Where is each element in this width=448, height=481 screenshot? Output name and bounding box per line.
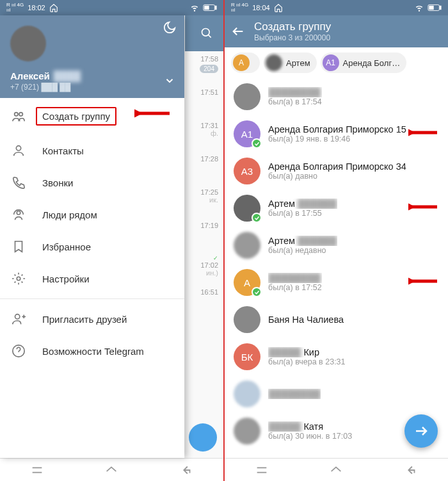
svg-point-11 bbox=[15, 314, 20, 319]
page-title: Создать группу bbox=[254, 20, 331, 33]
menu-nearby[interactable]: Люди рядом bbox=[0, 199, 184, 231]
svg-point-9 bbox=[17, 211, 20, 215]
status-bar: R ııl 4Gııl 18:04 bbox=[225, 0, 448, 15]
menu-label: Люди рядом bbox=[42, 209, 97, 220]
contact-row[interactable]: ████████ bbox=[225, 375, 448, 412]
user-avatar[interactable] bbox=[10, 26, 46, 61]
contact-name: Аренда Болгария Приморско 34 bbox=[268, 161, 406, 172]
status-bar: R ııl 4Gııl 18:02 bbox=[0, 0, 223, 15]
menu-label: Возможности Telegram bbox=[42, 346, 144, 357]
contact-row[interactable]: БК █████ Кир был(а) вчера в 23:31 bbox=[225, 338, 448, 375]
chip-avatar: А bbox=[233, 54, 250, 71]
svg-point-10 bbox=[17, 277, 20, 281]
contact-list[interactable]: ████████ был(а) в 17:54 А1 Аренда Болгар… bbox=[225, 78, 448, 458]
menu-settings[interactable]: Настройки bbox=[0, 263, 184, 295]
contact-name: ████████ bbox=[268, 87, 322, 97]
selected-chip[interactable]: А bbox=[231, 53, 260, 73]
menu-create-group[interactable]: Создать группу bbox=[0, 98, 184, 135]
checkmark-icon bbox=[252, 213, 262, 223]
contact-avatar: А3 bbox=[234, 158, 260, 184]
android-nav-bar bbox=[225, 458, 448, 481]
contact-row[interactable]: ████████ был(а) в 17:54 bbox=[225, 78, 448, 115]
network-icon: R ııl 4Gııl bbox=[231, 3, 248, 13]
chip-avatar: А1 bbox=[323, 54, 339, 71]
contact-row[interactable]: А ████████ был(а) в 17:52 bbox=[225, 264, 448, 301]
svg-rect-1 bbox=[215, 6, 216, 10]
menu-label: Пригласить друзей bbox=[42, 314, 127, 325]
checkmark-icon bbox=[252, 287, 262, 297]
back-icon[interactable] bbox=[231, 24, 245, 38]
contact-avatar bbox=[234, 195, 260, 222]
chip-avatar bbox=[266, 54, 282, 71]
wifi-icon bbox=[415, 3, 424, 12]
wifi-icon bbox=[190, 3, 199, 12]
compose-fab[interactable] bbox=[189, 423, 217, 452]
back-button[interactable] bbox=[179, 463, 193, 477]
menu-saved[interactable]: Избранное bbox=[0, 231, 184, 263]
contact-avatar bbox=[234, 83, 260, 110]
svg-point-3 bbox=[202, 29, 210, 37]
phone-right: R ııl 4Gııl 18:04 Создать группу Выбрано… bbox=[225, 0, 448, 481]
phone-left: R ııl 4Gııl 18:02 17:58204 17:51 17:31ф.… bbox=[0, 0, 223, 481]
phone-icon bbox=[12, 175, 26, 190]
contact-status: был(а) недавно bbox=[268, 246, 337, 255]
network-icon: R ııl 4Gııl bbox=[6, 3, 24, 13]
checkmark-icon bbox=[252, 138, 262, 149]
group-icon bbox=[12, 110, 26, 124]
recent-apps-button[interactable] bbox=[30, 463, 44, 477]
svg-point-5 bbox=[15, 112, 18, 116]
contact-name: Артем ██████ bbox=[268, 199, 337, 209]
svg-rect-16 bbox=[440, 6, 441, 10]
contact-avatar: БК bbox=[234, 343, 260, 370]
menu-label: Звонки bbox=[42, 177, 73, 188]
contact-name: Аренда Болгария Приморско 15 bbox=[268, 124, 406, 135]
contact-row[interactable]: А3 Аренда Болгария Приморско 34 был(а) д… bbox=[225, 152, 448, 190]
annotation-arrow bbox=[134, 104, 173, 122]
contact-name: ████████ bbox=[268, 273, 322, 283]
search-icon[interactable] bbox=[185, 15, 223, 51]
recent-apps-button[interactable] bbox=[255, 463, 269, 477]
contact-row[interactable]: Артем ██████ был(а) в 17:55 bbox=[225, 190, 448, 227]
night-mode-toggle[interactable] bbox=[163, 20, 177, 37]
status-time: 18:02 bbox=[28, 4, 45, 12]
contact-status: был(а) 19 янв. в 19:46 bbox=[268, 135, 406, 143]
home-button[interactable] bbox=[329, 463, 343, 477]
status-time: 18:04 bbox=[252, 4, 270, 12]
chip-name: Аренда Болг… bbox=[343, 58, 401, 68]
contact-status: был(а) в 17:52 bbox=[268, 283, 322, 292]
selected-chip[interactable]: А1Аренда Болг… bbox=[321, 53, 407, 73]
contact-avatar bbox=[234, 380, 260, 407]
menu-contacts[interactable]: Контакты bbox=[0, 135, 184, 167]
annotation-arrow bbox=[408, 200, 440, 214]
account-expand[interactable] bbox=[164, 75, 175, 89]
contact-avatar: А bbox=[234, 269, 260, 296]
battery-icon bbox=[428, 4, 442, 12]
menu-help[interactable]: Возможности Telegram bbox=[0, 335, 184, 367]
contact-icon bbox=[12, 143, 26, 158]
back-button[interactable] bbox=[404, 463, 418, 477]
home-icon bbox=[274, 3, 283, 12]
annotation-arrow bbox=[408, 274, 440, 288]
menu-invite[interactable]: Пригласить друзей bbox=[0, 303, 184, 335]
contact-name: Баня На Чалиева bbox=[268, 314, 344, 325]
create-group-header: Создать группу Выбрано 3 из 200000 bbox=[225, 15, 448, 47]
contact-avatar bbox=[234, 418, 260, 444]
menu-label: Настройки bbox=[42, 273, 90, 284]
contact-row[interactable]: Артем ██████ был(а) недавно bbox=[225, 227, 448, 264]
menu-calls[interactable]: Звонки bbox=[0, 167, 184, 199]
svg-point-8 bbox=[16, 146, 20, 151]
contact-row[interactable]: А1 Аренда Болгария Приморско 15 был(а) 1… bbox=[225, 115, 448, 152]
bookmark-icon bbox=[12, 240, 26, 254]
menu-label: Создать группу bbox=[42, 111, 110, 122]
contact-name: ████████ bbox=[268, 389, 321, 399]
help-icon bbox=[12, 344, 26, 358]
next-fab[interactable] bbox=[404, 414, 438, 448]
home-button[interactable] bbox=[104, 463, 118, 477]
contact-row[interactable]: Баня На Чалиева bbox=[225, 301, 448, 338]
svg-point-6 bbox=[19, 112, 22, 116]
contact-name: █████ Кир bbox=[268, 347, 346, 357]
contact-name: █████ Катя bbox=[268, 421, 352, 432]
selected-chip[interactable]: Артем bbox=[264, 53, 317, 73]
chip-name: Артем bbox=[286, 58, 310, 68]
svg-line-4 bbox=[209, 35, 211, 38]
